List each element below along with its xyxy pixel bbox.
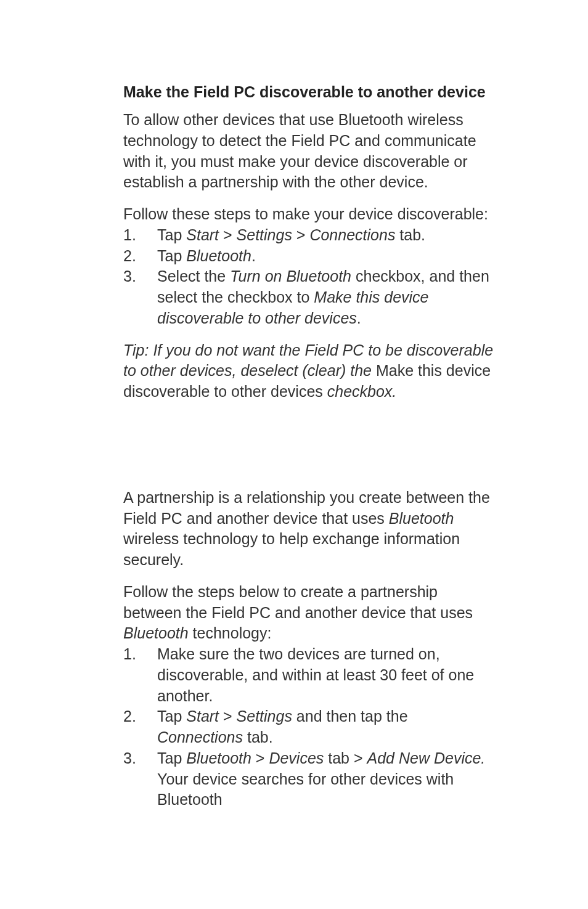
- text: .: [251, 247, 256, 264]
- term: Bluetooth: [389, 510, 454, 527]
- text: Follow the steps below to create a partn…: [123, 583, 473, 621]
- numbered-list: Make sure the two devices are turned on,…: [123, 644, 496, 810]
- text: tab.: [395, 226, 425, 243]
- list-item: Tap Bluetooth > Devices tab > Add New De…: [123, 748, 496, 810]
- text: technology:: [189, 624, 272, 642]
- document-body: Make the Field PC discoverable to anothe…: [123, 83, 496, 810]
- list-item: Tap Start > Settings and then tap the Co…: [123, 706, 496, 748]
- term: Devices: [269, 749, 324, 767]
- term: Bluetooth: [186, 247, 251, 264]
- section-spacer: [123, 414, 496, 487]
- text: Your device searches for other devices w…: [157, 770, 454, 809]
- text: tab >: [324, 749, 367, 767]
- text: Tap: [157, 247, 186, 264]
- numbered-list: Tap Start > Settings > Connections tab. …: [123, 225, 496, 329]
- text: tab.: [243, 728, 273, 746]
- list-intro: Follow these steps to make your device d…: [123, 204, 496, 225]
- list-item: Tap Start > Settings > Connections tab.: [123, 225, 496, 246]
- text: wireless technology to help exchange inf…: [123, 530, 460, 568]
- text: >: [251, 749, 269, 767]
- text: and then tap the: [292, 707, 408, 725]
- section-heading: Make the Field PC discoverable to anothe…: [123, 83, 496, 101]
- text: >: [219, 226, 237, 243]
- text: Select the: [157, 267, 230, 285]
- text: Make sure the two devices are turned on,…: [157, 645, 474, 704]
- list-item: Make sure the two devices are turned on,…: [123, 644, 496, 706]
- text: >: [292, 226, 310, 243]
- term: Settings: [237, 707, 292, 725]
- paragraph: To allow other devices that use Bluetoot…: [123, 110, 496, 193]
- tip-text: checkbox.: [323, 383, 397, 400]
- term: Settings: [237, 226, 292, 243]
- list-intro: Follow the steps below to create a partn…: [123, 582, 496, 644]
- term: Bluetooth: [123, 624, 189, 642]
- term: Bluetooth: [186, 749, 251, 767]
- text: .: [357, 309, 361, 327]
- text: Tap: [157, 226, 186, 243]
- term: Start: [186, 226, 219, 243]
- text: Tap: [157, 707, 186, 725]
- term: Connections: [157, 728, 243, 746]
- term: Add New Device.: [367, 749, 486, 767]
- list-item: Tap Bluetooth.: [123, 246, 496, 267]
- tip-paragraph: Tip: If you do not want the Field PC to …: [123, 340, 496, 402]
- term: Start: [186, 707, 219, 725]
- list-item: Select the Turn on Bluetooth checkbox, a…: [123, 266, 496, 328]
- paragraph: A partnership is a relationship you crea…: [123, 487, 496, 571]
- term: Connections: [309, 226, 395, 243]
- text: Tap: [157, 749, 186, 767]
- text: >: [219, 707, 237, 725]
- term: Turn on Bluetooth: [230, 267, 351, 285]
